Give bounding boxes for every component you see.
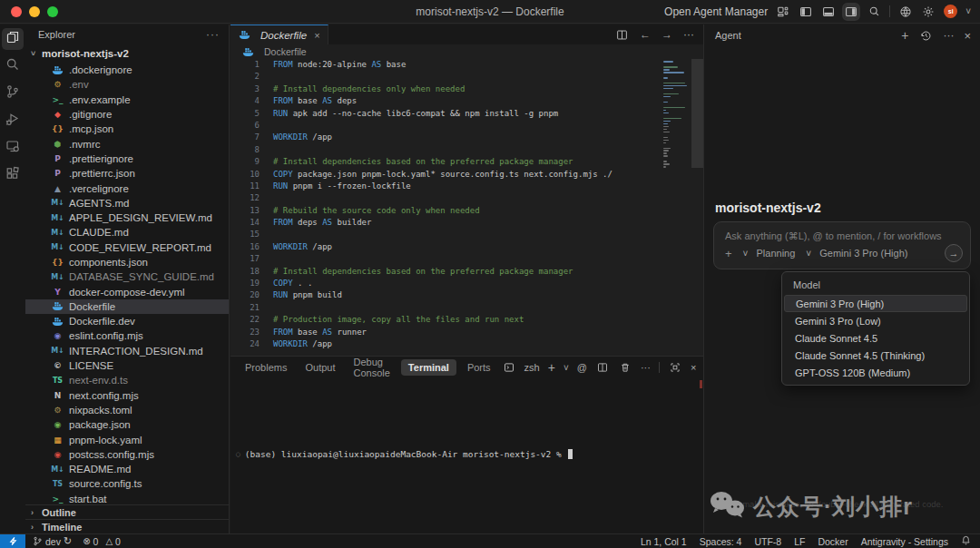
git-branch-status[interactable]: dev ↻ — [33, 535, 72, 547]
search-icon[interactable] — [867, 5, 881, 19]
section-outline[interactable]: ›Outline — [25, 504, 229, 519]
explorer-more-actions-icon[interactable]: ··· — [206, 28, 220, 41]
agent-more-actions-icon[interactable]: ··· — [943, 29, 954, 42]
model-selector[interactable]: ˅ Gemini 3 Pro (High) — [806, 248, 907, 259]
file-start.bat[interactable]: >_start.bat — [25, 492, 229, 504]
split-editor-icon[interactable] — [614, 27, 629, 42]
kill-terminal-trash-icon[interactable] — [618, 360, 632, 375]
file-.mcp.json[interactable]: {}.mcp.json — [25, 122, 229, 136]
send-button[interactable]: → — [945, 244, 963, 262]
panel-tab-debug-console[interactable]: Debug Console — [347, 354, 397, 381]
file-.nvmrc[interactable]: ⬢.nvmrc — [25, 136, 229, 151]
mode-selector[interactable]: ˅ Planning — [743, 248, 796, 259]
activitybar-explorer[interactable] — [2, 28, 24, 50]
account-chevron-down-icon[interactable]: ˅ — [965, 6, 971, 16]
file-DATABASE_SYNC_GUIDE.md[interactable]: M↓DATABASE_SYNC_GUIDE.md — [25, 269, 229, 284]
navigate-forward-icon[interactable]: → — [662, 28, 672, 41]
panel-tab-ports[interactable]: Ports — [460, 359, 498, 376]
file-LICENSE[interactable]: ©LICENSE — [25, 358, 229, 373]
model-option-gemini-3-pro-low-[interactable]: Gemini 3 Pro (Low) — [784, 312, 967, 329]
new-conversation-icon[interactable]: + — [901, 28, 908, 43]
file-.gitignore[interactable]: ◆.gitignore — [25, 107, 229, 122]
zoom-window-button[interactable] — [47, 6, 58, 17]
file-next-env.d.ts[interactable]: TSnext-env.d.ts — [25, 373, 229, 387]
file-INTERACTION_DESIGN.md[interactable]: M↓INTERACTION_DESIGN.md — [25, 344, 229, 358]
maximize-panel-icon[interactable] — [668, 360, 682, 375]
file-components.json[interactable]: {}components.json — [25, 255, 229, 269]
close-panel-icon[interactable]: × — [691, 362, 696, 373]
file-.prettierignore[interactable]: P.prettierignore — [25, 152, 229, 166]
activitybar-remote-explorer[interactable] — [2, 137, 24, 159]
file-package.json[interactable]: ◉package.json — [25, 417, 229, 432]
file-.dockerignore[interactable]: .dockerignore — [25, 63, 229, 77]
toggle-bottom-panel-icon[interactable] — [821, 5, 836, 19]
close-tab-icon[interactable]: × — [314, 30, 319, 41]
toggle-left-sidebar-icon[interactable] — [799, 5, 813, 19]
file-pnpm-lock.yaml[interactable]: ▦pnpm-lock.yaml — [25, 432, 229, 446]
activitybar-extensions[interactable] — [2, 164, 24, 186]
status-ln-1-col-1[interactable]: Ln 1, Col 1 — [641, 536, 687, 547]
terminal-at-icon[interactable]: @ — [577, 362, 587, 373]
file-Dockerfile.dev[interactable]: Dockerfile.dev — [25, 314, 229, 328]
close-window-button[interactable] — [11, 6, 22, 17]
file-nixpacks.toml[interactable]: ⚙nixpacks.toml — [25, 403, 229, 417]
editor-scrollbar[interactable] — [691, 59, 703, 168]
file-APPLE_DESIGN_REVIEW.md[interactable]: M↓APPLE_DESIGN_REVIEW.md — [25, 210, 229, 225]
code-editor[interactable]: 1FROM node:20-alpine AS base23# Install … — [230, 59, 703, 356]
file-postcss.config.mjs[interactable]: ◉postcss.config.mjs — [25, 447, 229, 462]
status-utf-8[interactable]: UTF-8 — [754, 536, 781, 547]
model-option-claude-sonnet-4-5-thinking-[interactable]: Claude Sonnet 4.5 (Thinking) — [784, 347, 967, 364]
gear-icon[interactable] — [921, 5, 936, 19]
problems-status[interactable]: ⊗0 △0 — [83, 536, 121, 547]
notifications-bell-icon[interactable] — [961, 535, 971, 547]
file-AGENTS.md[interactable]: M↓AGENTS.md — [25, 196, 229, 210]
history-icon[interactable] — [918, 28, 933, 43]
model-option-claude-sonnet-4-5[interactable]: Claude Sonnet 4.5 — [784, 329, 967, 347]
file-.prettierrc.json[interactable]: P.prettierrc.json — [25, 166, 229, 181]
panel-tab-terminal[interactable]: Terminal — [401, 359, 456, 376]
file-README.md[interactable]: M↓README.md — [25, 462, 229, 476]
file-docker-compose-dev.yml[interactable]: Ydocker-compose-dev.yml — [25, 284, 229, 298]
file-eslint.config.mjs[interactable]: ◉eslint.config.mjs — [25, 328, 229, 343]
file-.vercelignore[interactable]: ▲.vercelignore — [25, 181, 229, 195]
terminal-content[interactable]: ○ (base) liuxiaopai@liuxiaopaideMacBook-… — [230, 378, 703, 524]
breadcrumb[interactable]: Dockerfile — [230, 44, 703, 59]
panel-more-actions-icon[interactable]: ··· — [641, 362, 651, 373]
panel-tab-output[interactable]: Output — [298, 359, 342, 376]
editor-more-actions-icon[interactable]: ··· — [683, 28, 694, 41]
navigate-back-icon[interactable]: ← — [640, 28, 651, 41]
panel-tab-problems[interactable]: Problems — [238, 359, 294, 376]
remote-indicator[interactable] — [0, 534, 25, 548]
tree-root-folder[interactable]: ˅ morisot-nextjs-v2 — [25, 44, 229, 63]
file-next.config.mjs[interactable]: Nnext.config.mjs — [25, 388, 229, 403]
activitybar-search[interactable] — [2, 55, 24, 77]
new-terminal-icon[interactable]: + — [548, 360, 555, 375]
file-Dockerfile[interactable]: Dockerfile — [25, 299, 229, 314]
status-spaces-4[interactable]: Spaces: 4 — [700, 536, 742, 547]
file-.env[interactable]: ⚙.env — [25, 77, 229, 92]
status-lf[interactable]: LF — [794, 536, 805, 547]
open-agent-manager-button[interactable]: Open Agent Manager — [664, 5, 768, 18]
file-source.config.ts[interactable]: TSsource.config.ts — [25, 476, 229, 491]
terminal-dropdown-icon[interactable]: ˅ — [564, 363, 569, 373]
split-terminal-icon[interactable] — [595, 360, 610, 375]
antigravity-logo-icon[interactable] — [898, 5, 913, 19]
file-.env.example[interactable]: >_.env.example — [25, 93, 229, 107]
attach-icon[interactable]: + — [725, 247, 732, 260]
tab-dockerfile[interactable]: Dockerfile × — [230, 24, 328, 44]
close-agent-panel-icon[interactable]: × — [964, 29, 971, 43]
status-docker[interactable]: Docker — [818, 536, 848, 547]
activitybar-source-control[interactable] — [2, 83, 24, 104]
file-CLAUDE.md[interactable]: M↓CLAUDE.md — [25, 225, 229, 240]
toggle-right-sidebar-icon[interactable] — [844, 5, 858, 19]
model-option-gemini-3-pro-high-[interactable]: Gemini 3 Pro (High) — [784, 295, 967, 312]
file-CODE_REVIEW_REPORT.md[interactable]: M↓CODE_REVIEW_REPORT.md — [25, 240, 229, 255]
minimize-window-button[interactable] — [29, 6, 40, 17]
user-avatar[interactable]: si — [944, 5, 957, 18]
status-antigravity-settings[interactable]: Antigravity - Settings — [861, 536, 948, 547]
model-option-gpt-oss-120b-medium-[interactable]: GPT-OSS 120B (Medium) — [784, 364, 967, 381]
agent-input-box[interactable]: Ask anything (⌘L), @ to mention, / for w… — [713, 221, 971, 269]
agent-manager-icon[interactable] — [776, 5, 790, 19]
activitybar-run-debug[interactable] — [2, 110, 24, 132]
section-timeline[interactable]: ›Timeline — [25, 519, 229, 533]
